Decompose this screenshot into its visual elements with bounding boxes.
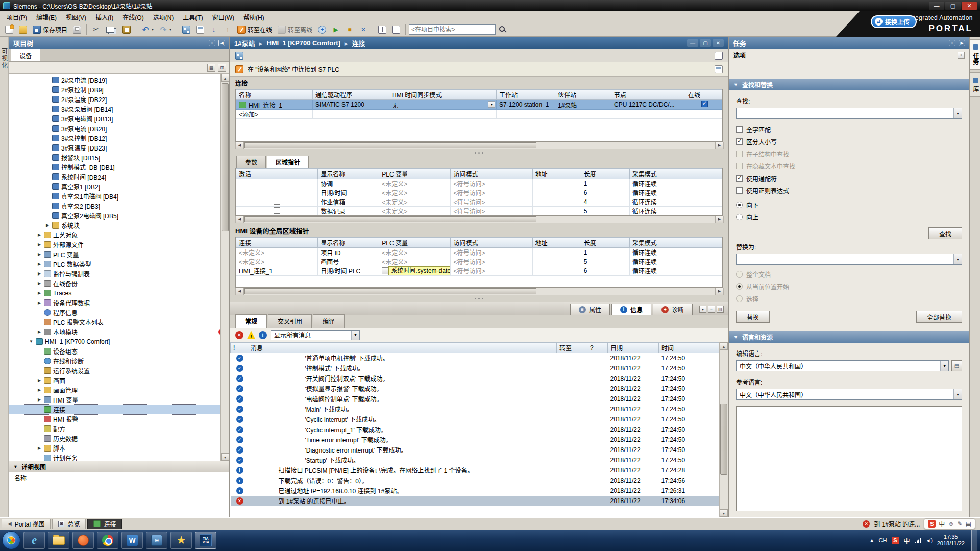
breadcrumb-editor[interactable]: 连接 <box>352 38 365 48</box>
tree-item-23[interactable]: ▶设备代理数据 <box>9 298 229 308</box>
tree-item-16[interactable]: ▶工艺对象 <box>9 230 229 240</box>
column-header[interactable]: 日期 <box>608 343 659 353</box>
tree-item-32[interactable]: ▶画面管理 <box>9 385 229 395</box>
show-desktop-button[interactable] <box>971 530 977 551</box>
inspector-menu-icon[interactable]: ▤ <box>717 306 724 313</box>
print-icon[interactable] <box>71 24 83 35</box>
upload-from-device-icon[interactable] <box>222 24 234 35</box>
menu-item-7[interactable]: 窗口(W) <box>208 12 239 22</box>
column-header[interactable]: 采集模式 <box>629 169 723 179</box>
column-header[interactable]: 工作站 <box>497 90 555 100</box>
replace-all-button[interactable]: 全部替换 <box>916 311 962 323</box>
editor-minimize-icon[interactable]: — <box>687 39 698 47</box>
side-tab-tasks[interactable]: 任务 <box>970 39 980 70</box>
copy-icon[interactable] <box>104 24 119 35</box>
tree-item-20[interactable]: ▶监控与强制表 <box>9 269 229 279</box>
scroll-down-icon[interactable]: ▼ <box>221 453 229 461</box>
save-project-button[interactable]: 保存项目 <box>31 24 69 35</box>
collapse-right-icon[interactable] <box>959 40 965 46</box>
taskbar-clock[interactable]: 17:35 2018/11/22 <box>937 534 965 547</box>
column-header[interactable]: 显示名称 <box>318 169 379 179</box>
left-edge-tab[interactable]: 可视化 <box>0 48 9 517</box>
open-project-icon[interactable] <box>17 24 29 35</box>
tree-item-31[interactable]: ▶画面 <box>9 375 229 385</box>
scrollbar-track[interactable] <box>244 216 715 223</box>
sogou-tray-icon[interactable]: S <box>892 537 899 544</box>
side-tab-libraries[interactable]: 库 <box>970 72 980 97</box>
breadcrumb-project[interactable]: 1#泵站 <box>234 38 255 48</box>
cancel-icon[interactable] <box>357 24 370 35</box>
language-settings-icon[interactable] <box>951 360 962 371</box>
language-indicator[interactable]: CH <box>879 537 887 543</box>
message-row[interactable]: ✓'Time error interrupt' 下载成功。2018/11/221… <box>231 435 719 445</box>
info-button[interactable]: 信息 <box>611 304 651 315</box>
compile-icon[interactable] <box>194 24 206 35</box>
tia-v14-window-button[interactable]: TIA V14 <box>195 532 216 549</box>
scroll-right-icon[interactable] <box>715 288 723 295</box>
error-filter-icon[interactable] <box>235 331 243 339</box>
column-view-icon[interactable] <box>218 64 226 72</box>
tab-area-pointers[interactable]: 区域指针 <box>267 156 309 168</box>
start-button[interactable] <box>2 531 20 549</box>
find-input[interactable] <box>736 108 962 119</box>
tree-item-0[interactable]: 2#泵电流 [DB19] <box>9 75 229 85</box>
column-header[interactable]: ! <box>231 343 248 353</box>
tree-item-6[interactable]: 3#泵控制 [DB12] <box>9 133 229 143</box>
scroll-up-icon[interactable]: ▲ <box>720 342 728 350</box>
column-header[interactable]: 地址 <box>532 238 581 248</box>
menu-item-2[interactable]: 视图(V) <box>61 12 91 22</box>
sogou-icon[interactable]: S <box>928 520 936 528</box>
language-resource-list[interactable] <box>736 406 962 511</box>
scrollbar-thumb[interactable] <box>222 83 229 231</box>
tab-parameters[interactable]: 参数 <box>236 156 266 168</box>
chevron-down-icon[interactable]: ▾ <box>152 27 154 32</box>
tree-item-10[interactable]: 系统时间 [DB24] <box>9 172 229 182</box>
expand-icon[interactable]: ▶ <box>37 378 42 383</box>
column-header[interactable]: 地址 <box>532 169 581 179</box>
tree-item-21[interactable]: ▶在线备份 <box>9 279 229 288</box>
paste-icon[interactable] <box>120 24 133 35</box>
tree-item-37[interactable]: 历史数据 <box>9 434 229 443</box>
tree-item-34[interactable]: 连接 <box>9 405 229 414</box>
collapse-icon[interactable]: ▼ <box>29 339 34 344</box>
pin-icon[interactable] <box>209 40 215 46</box>
message-row[interactable]: ✓'Cyclic interrupt_1' 下载成功。2018/11/2217:… <box>231 424 719 435</box>
taskbar-icon-tia-portal[interactable] <box>146 532 167 549</box>
menu-item-6[interactable]: 工具(T) <box>178 12 207 22</box>
expand-icon[interactable]: ▶ <box>37 271 42 276</box>
portal-view-button[interactable]: ◀ Portal 视图 <box>2 519 51 529</box>
detail-view-header[interactable]: ▼ 详细视图 <box>9 461 229 472</box>
message-row[interactable]: i扫描接口 PLCSIM [PN/IE] 上的设备已完成。在网络上找到了 1 个… <box>231 465 719 475</box>
tree-item-38[interactable]: ▶脚本 <box>9 443 229 453</box>
diagnostics-button[interactable]: 诊断 <box>653 304 693 315</box>
tree-item-18[interactable]: ▶PLC 变量 <box>9 249 229 259</box>
column-header[interactable]: 连接 <box>236 238 318 248</box>
emoji-icon[interactable]: ☺ <box>948 520 954 528</box>
expand-icon[interactable]: ▶ <box>37 291 42 295</box>
tree-item-2[interactable]: 2#泵温度 [DB22] <box>9 94 229 104</box>
menu-item-0[interactable]: 项目(P) <box>2 12 32 22</box>
tree-item-8[interactable]: 报警块 [DB15] <box>9 153 229 162</box>
window-maximize-button[interactable]: ▢ <box>945 2 961 10</box>
editor-button-overview[interactable]: ⊞总览 <box>52 519 86 529</box>
editor-maximize-icon[interactable]: ▢ <box>700 39 711 47</box>
scrollbar-track[interactable] <box>244 288 715 295</box>
column-header[interactable]: HMI 时间同步模式 <box>389 90 497 100</box>
tree-item-3[interactable]: 3#泵泵后阀 [DB14] <box>9 104 229 114</box>
taskbar-icon-word[interactable]: W <box>121 532 143 549</box>
column-header[interactable]: 访问模式 <box>451 238 532 248</box>
tree-item-4[interactable]: 3#泵电磁阀 [DB13] <box>9 114 229 123</box>
expand-icon[interactable]: ▶ <box>37 262 42 266</box>
tree-item-24[interactable]: 程序信息 <box>9 308 229 317</box>
message-row[interactable]: ✓'电磁阀控制单点' 下载成功。2018/11/2217:24:50 <box>231 394 719 404</box>
undo-icon[interactable]: ▾ <box>139 24 156 35</box>
message-row[interactable]: ✓'Startup' 下载成功。2018/11/2217:24:50 <box>231 455 719 465</box>
message-row[interactable]: ✓'Diagnostic error interrupt' 下载成功。2018/… <box>231 445 719 455</box>
tree-item-7[interactable]: 3#泵温度 [DB23] <box>9 143 229 153</box>
tree-item-28[interactable]: 设备组态 <box>9 346 229 356</box>
column-header[interactable]: 访问模式 <box>451 169 532 179</box>
network-view-icon[interactable] <box>180 24 192 35</box>
message-row[interactable]: ✓'Main' 下载成功。2018/11/2217:24:50 <box>231 404 719 414</box>
find-replace-section-header[interactable]: ▼ 查找和替换 <box>729 79 969 90</box>
column-header[interactable]: PLC 变量 <box>379 169 451 179</box>
